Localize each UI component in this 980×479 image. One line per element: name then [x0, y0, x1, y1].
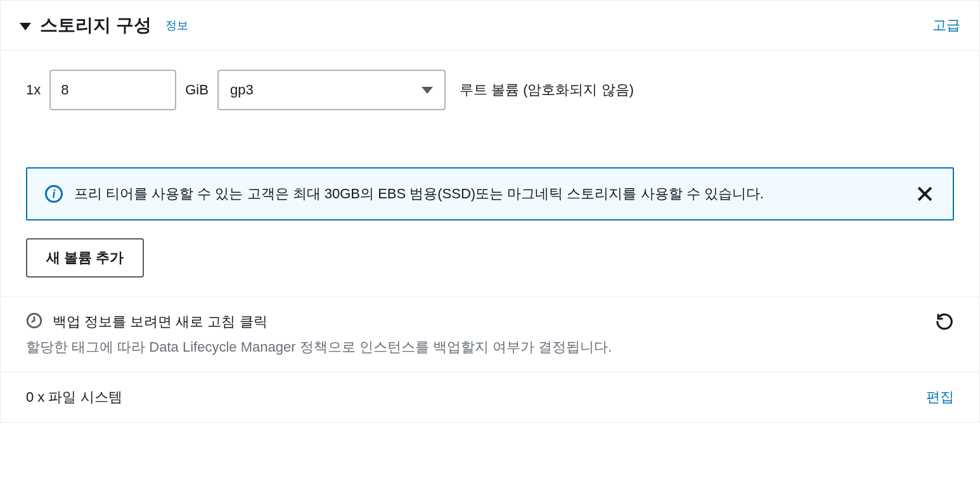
info-icon: i — [45, 185, 63, 203]
panel-header-left: 스토리지 구성 정보 — [20, 13, 188, 37]
info-link[interactable]: 정보 — [165, 18, 188, 33]
free-tier-alert: i 프리 티어를 사용할 수 있는 고객은 최대 30GB의 EBS 범용(SS… — [26, 167, 954, 220]
edit-link[interactable]: 편집 — [926, 388, 954, 407]
volume-description: 루트 볼륨 (암호화되지 않음) — [460, 80, 634, 99]
volume-type-select[interactable]: gp3 — [217, 70, 446, 110]
filesystem-section: 0 x 파일 시스템 편집 — [1, 372, 979, 422]
panel-header: 스토리지 구성 정보 고급 — [1, 1, 979, 50]
alert-message: 프리 티어를 사용할 수 있는 고객은 최대 30GB의 EBS 범용(SSD)… — [74, 184, 903, 203]
close-icon[interactable] — [915, 184, 935, 204]
clock-icon — [26, 312, 42, 331]
volume-row: 1x GiB gp3 루트 볼륨 (암호화되지 않음) — [26, 70, 954, 110]
add-volume-button[interactable]: 새 볼륨 추가 — [26, 238, 144, 278]
volume-size-unit: GiB — [185, 82, 209, 98]
volume-count-prefix: 1x — [26, 82, 41, 98]
backup-info: 백업 정보를 보려면 새로 고침 클릭 할당한 태그에 따라 Data Life… — [26, 312, 935, 357]
panel-title: 스토리지 구성 — [40, 13, 152, 37]
storage-config-panel: 스토리지 구성 정보 고급 1x GiB gp3 루트 볼륨 (암호화되지 않음… — [0, 0, 980, 423]
backup-section: 백업 정보를 보려면 새로 고침 클릭 할당한 태그에 따라 Data Life… — [1, 297, 979, 372]
chevron-down-icon — [422, 87, 433, 94]
collapse-caret-icon[interactable] — [20, 23, 31, 30]
refresh-icon[interactable] — [935, 312, 954, 334]
volume-size-input[interactable] — [49, 70, 176, 110]
backup-description: 할당한 태그에 따라 Data Lifecycle Manager 정책으로 인… — [26, 338, 935, 357]
volume-type-value: gp3 — [230, 82, 254, 98]
backup-header: 백업 정보를 보려면 새로 고침 클릭 — [26, 312, 935, 331]
backup-title: 백업 정보를 보려면 새로 고침 클릭 — [53, 312, 268, 331]
panel-body: 1x GiB gp3 루트 볼륨 (암호화되지 않음) i 프리 티어를 사용할… — [1, 50, 979, 297]
filesystem-count: 0 x 파일 시스템 — [26, 388, 122, 407]
advanced-link[interactable]: 고급 — [932, 16, 960, 35]
